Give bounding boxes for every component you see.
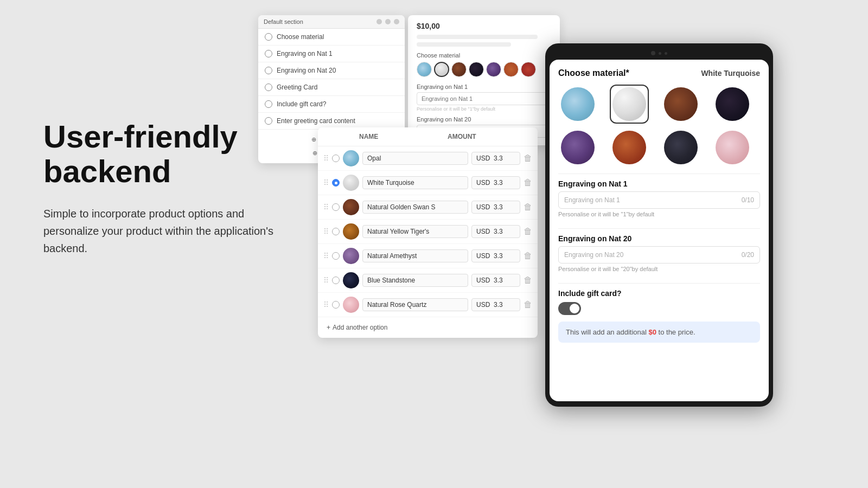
name-input-amethyst[interactable] xyxy=(362,249,468,262)
dice-thumb-blue-sandstone xyxy=(343,272,359,288)
row-radio-rose-quartz[interactable] xyxy=(332,301,340,309)
engrave-nat1-count: 0/10 xyxy=(742,196,754,204)
plus-icon: + xyxy=(327,324,330,331)
delete-button-amethyst[interactable]: 🗑 xyxy=(524,251,532,261)
add-another-option-button[interactable]: + Add another option xyxy=(318,317,396,338)
dice-icon-golden-swan xyxy=(664,87,698,121)
dice-cell-dark1[interactable] xyxy=(713,85,752,124)
name-input-blue-sandstone[interactable] xyxy=(362,274,468,287)
dice-cell-white-turquoise[interactable] xyxy=(610,85,649,124)
name-input-rose-quartz[interactable] xyxy=(362,298,468,311)
dice-icon-dark1 xyxy=(716,87,749,121)
shop-preview-top: $10,00 Choose material xyxy=(408,15,560,84)
amount-input-rose-quartz[interactable] xyxy=(471,298,520,311)
preview-line xyxy=(417,35,538,39)
swatch-dark1[interactable] xyxy=(469,62,484,77)
selected-material-name: White Turquoise xyxy=(701,69,760,78)
delete-button-white-turquoise[interactable]: 🗑 xyxy=(524,178,532,188)
dice-thumb-golden-swan xyxy=(343,199,359,215)
row-radio-white-turquoise[interactable] xyxy=(332,179,340,187)
swatch-dark2[interactable] xyxy=(503,62,519,77)
dice-cell-pink[interactable] xyxy=(713,128,752,167)
toggle-knob xyxy=(570,304,579,313)
table-row: ⠿ 🗑 xyxy=(318,220,538,244)
table-row: ⠿ 🗑 xyxy=(318,146,538,171)
swatch-purple[interactable] xyxy=(486,62,501,77)
delete-button-yellow-tiger[interactable]: 🗑 xyxy=(524,227,532,236)
drag-handle-icon[interactable]: ⠿ xyxy=(323,300,329,309)
backend-item-label: Enter greeting card content xyxy=(277,117,355,125)
row-radio-golden-swan[interactable] xyxy=(332,203,340,211)
amount-input-yellow-tiger[interactable] xyxy=(471,225,520,238)
delete-button-blue-sandstone[interactable]: 🗑 xyxy=(524,275,532,285)
tablet-gift-section: Include gift card? xyxy=(558,283,760,315)
backend-item-label: Greeting Card xyxy=(277,84,317,91)
drag-handle-icon[interactable]: ⠿ xyxy=(323,154,329,163)
amount-input-amethyst[interactable] xyxy=(471,249,520,262)
price-info-suffix: to the price. xyxy=(656,328,695,336)
drag-handle-icon[interactable]: ⠿ xyxy=(323,276,329,285)
swatch-opal[interactable] xyxy=(417,62,432,77)
backend-item-choose-material[interactable]: Choose material xyxy=(258,29,405,46)
engrave-nat1-hint: Personalise or it will be "1"by default xyxy=(417,106,551,112)
amount-input-blue-sandstone[interactable] xyxy=(471,274,520,287)
backend-item-label: Engraving on Nat 1 xyxy=(277,50,333,57)
name-input-white-turquoise[interactable] xyxy=(362,176,468,189)
swatch-red[interactable] xyxy=(521,62,536,77)
dice-cell-opal[interactable] xyxy=(558,85,597,124)
backend-item-icon xyxy=(265,33,272,41)
price-info-prefix: This will add an additional xyxy=(566,328,648,336)
options-panel: NAME AMOUNT ⠿ 🗑 ⠿ 🗑 ⠿ 🗑 ⠿ 🗑 xyxy=(318,127,538,338)
amount-input-opal[interactable] xyxy=(471,152,520,165)
tablet-engrave-nat20-title: Engraving on Nat 20 xyxy=(558,234,760,243)
tablet-engrave-nat1-field[interactable]: Engraving on Nat 1 0/10 xyxy=(558,191,760,209)
tablet-engrave-nat20-field[interactable]: Engraving on Nat 20 0/20 xyxy=(558,246,760,264)
dice-cell-purple[interactable] xyxy=(558,128,597,167)
backend-item-greeting-card[interactable]: Greeting Card xyxy=(258,79,405,96)
backend-panel-header: Default section xyxy=(258,15,405,29)
row-radio-blue-sandstone[interactable] xyxy=(332,277,340,284)
engrave-nat1-input[interactable] xyxy=(417,92,551,105)
backend-item-engrave-nat1[interactable]: Engraving on Nat 1 xyxy=(258,46,405,62)
amount-input-white-turquoise[interactable] xyxy=(471,176,520,189)
backend-item-gift-card[interactable]: Include gift card? xyxy=(258,96,405,113)
amount-input-golden-swan[interactable] xyxy=(471,201,520,214)
gift-card-toggle[interactable] xyxy=(558,302,581,315)
dice-cell-golden-swan[interactable] xyxy=(661,85,700,124)
name-input-opal[interactable] xyxy=(362,152,468,165)
drag-handle-icon[interactable]: ⠿ xyxy=(323,227,329,236)
tablet-header-row: Choose material* White Turquoise xyxy=(558,68,760,78)
row-radio-amethyst[interactable] xyxy=(332,252,340,260)
window-dot-2 xyxy=(385,19,391,24)
left-content: User-friendly backend Simple to incorpor… xyxy=(43,119,293,257)
name-input-yellow-tiger[interactable] xyxy=(362,225,468,238)
name-input-golden-swan[interactable] xyxy=(362,201,468,214)
dice-icon-white-turquoise xyxy=(612,87,646,121)
drag-handle-icon[interactable]: ⠿ xyxy=(323,178,329,187)
delete-button-golden-swan[interactable]: 🗑 xyxy=(524,202,532,212)
tablet-camera xyxy=(651,51,655,55)
drag-handle-icon[interactable]: ⠿ xyxy=(323,203,329,211)
row-radio-opal[interactable] xyxy=(332,155,340,162)
dice-icon-opal xyxy=(561,87,595,121)
options-table-header: NAME AMOUNT xyxy=(318,127,538,146)
backend-item-engrave-nat20[interactable]: Engraving on Nat 20 xyxy=(258,62,405,79)
dice-cell-gray1[interactable] xyxy=(661,128,700,167)
swatch-golden-swan[interactable] xyxy=(451,62,467,77)
dice-cell-dark2[interactable] xyxy=(610,128,649,167)
tablet-engrave-nat1-section: Engraving on Nat 1 Engraving on Nat 1 0/… xyxy=(558,174,760,222)
choose-material-title: Choose material* xyxy=(558,68,629,78)
engrave-nat1-placeholder: Engraving on Nat 1 xyxy=(564,196,620,204)
table-row: ⠿ 🗑 xyxy=(318,293,538,317)
swatch-white-turquoise[interactable] xyxy=(434,62,449,77)
delete-button-rose-quartz[interactable]: 🗑 xyxy=(524,300,532,310)
row-radio-yellow-tiger[interactable] xyxy=(332,228,340,235)
delete-button-opal[interactable]: 🗑 xyxy=(524,153,532,163)
backend-item-icon xyxy=(265,67,272,74)
drag-handle-icon[interactable]: ⠿ xyxy=(323,252,329,260)
window-controls xyxy=(376,19,399,24)
tablet-engrave-nat1-title: Engraving on Nat 1 xyxy=(558,179,760,188)
engrave-nat1-label: Engraving on Nat 1 xyxy=(417,84,551,90)
window-dot-1 xyxy=(376,19,382,24)
choose-material-label: Choose material xyxy=(417,52,551,59)
